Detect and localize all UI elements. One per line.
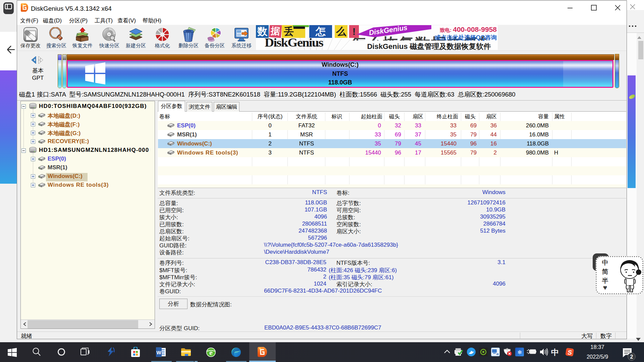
svg-text:W: W [156,350,161,355]
svg-text:i8: i8 [496,353,499,356]
svg-text:e: e [209,348,213,357]
svg-text:S: S [568,349,572,356]
svg-text:❄: ❄ [517,349,522,356]
svg-text:2: 2 [630,354,633,360]
